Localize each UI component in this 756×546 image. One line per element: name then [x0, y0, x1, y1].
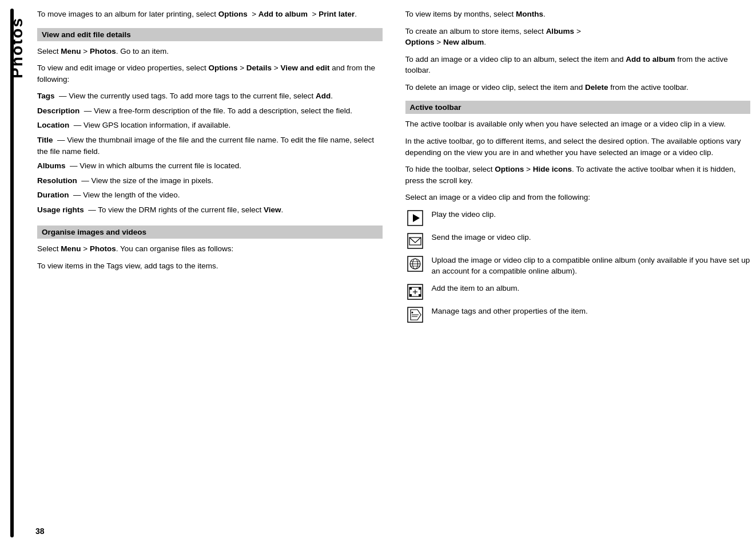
sidebar: Photos	[0, 0, 34, 546]
tags-text: Manage tags and other properties of the …	[432, 306, 751, 317]
upload-text: Upload the image or video clip to a comp…	[432, 255, 751, 277]
active-toolbar-para4: Select an image or a video clip and from…	[405, 192, 751, 203]
send-icon-cell	[405, 233, 425, 249]
sidebar-bar	[10, 9, 14, 537]
upload-icon	[407, 256, 423, 272]
term-albums: Albums — View in which albums the curren…	[37, 160, 383, 172]
section-view-edit-header: View and edit file details	[37, 28, 383, 41]
page-container: Photos To move images to an album for la…	[0, 0, 756, 546]
svg-point-20	[411, 311, 413, 313]
right-para2: To create an album to store items, selec…	[405, 26, 751, 48]
section1-para2: To view and edit image or video properti…	[37, 62, 383, 85]
add-album-icon	[407, 284, 423, 300]
term-duration: Duration — View the length of the video.	[37, 189, 383, 201]
icon-row-tags: Manage tags and other properties of the …	[405, 306, 751, 323]
add-to-album-label: Add to album	[258, 10, 308, 18]
send-text: Send the image or video clip.	[432, 232, 751, 243]
options-label: Options	[218, 10, 248, 18]
right-column: To view items by months, select Months. …	[400, 9, 751, 537]
term-title: Title — View the thumbnail image of the …	[37, 134, 383, 157]
right-para3: To add an image or a video clip to an al…	[405, 54, 751, 76]
section-active-toolbar-header: Active toolbar	[405, 101, 751, 114]
play-icon	[407, 210, 423, 226]
svg-rect-12	[409, 287, 412, 290]
send-icon	[407, 233, 423, 249]
play-icon-cell	[405, 210, 425, 226]
section-organise-header: Organise images and videos	[37, 225, 383, 239]
page-number: 38	[35, 527, 45, 536]
upload-icon-cell	[405, 256, 425, 272]
add-album-text: Add the item to an album.	[432, 283, 751, 294]
term-tags: Tags — View the currently used tags. To …	[37, 90, 383, 102]
svg-rect-13	[419, 287, 421, 290]
tags-icon	[407, 307, 423, 323]
play-text: Play the video clip.	[432, 209, 751, 220]
intro-paragraph: To move images to an album for later pri…	[37, 9, 383, 20]
icon-row-send: Send the image or video clip.	[405, 232, 751, 249]
icon-list: Play the video clip. Send the image or v…	[405, 209, 751, 323]
term-resolution: Resolution — View the size of the image …	[37, 175, 383, 187]
active-toolbar-para2: In the active toolbar, go to different i…	[405, 136, 751, 158]
svg-rect-2	[408, 234, 423, 248]
icon-row-add-album: Add the item to an album.	[405, 283, 751, 300]
svg-rect-15	[419, 294, 421, 296]
right-para4: To delete an image or video clip, select…	[405, 82, 751, 93]
active-toolbar-para3: To hide the toolbar, select Options > Hi…	[405, 164, 751, 186]
section2-intro: Select Menu > Photos. You can organise f…	[37, 243, 383, 255]
svg-rect-14	[409, 294, 412, 296]
term-location: Location — View GPS location information…	[37, 120, 383, 131]
print-later-label: Print later	[319, 10, 355, 18]
term-description: Description — View a free-form descripti…	[37, 105, 383, 117]
left-column: To move images to an album for later pri…	[37, 9, 388, 537]
term-usage-rights: Usage rights — To view the DRM rights of…	[37, 204, 383, 216]
tags-icon-cell	[405, 307, 425, 323]
main-content: To move images to an album for later pri…	[34, 0, 756, 546]
section2-para: To view items in the Tags view, add tags…	[37, 260, 383, 272]
right-para1: To view items by months, select Months.	[405, 9, 751, 20]
icon-row-play: Play the video clip.	[405, 209, 751, 226]
icon-row-upload: Upload the image or video clip to a comp…	[405, 255, 751, 277]
sidebar-title: Photos	[8, 17, 26, 78]
svg-marker-1	[413, 214, 420, 222]
active-toolbar-para1: The active toolbar is available only whe…	[405, 118, 751, 130]
section1-intro: Select Menu > Photos. Go to an item.	[37, 46, 383, 57]
add-album-icon-cell	[405, 284, 425, 300]
